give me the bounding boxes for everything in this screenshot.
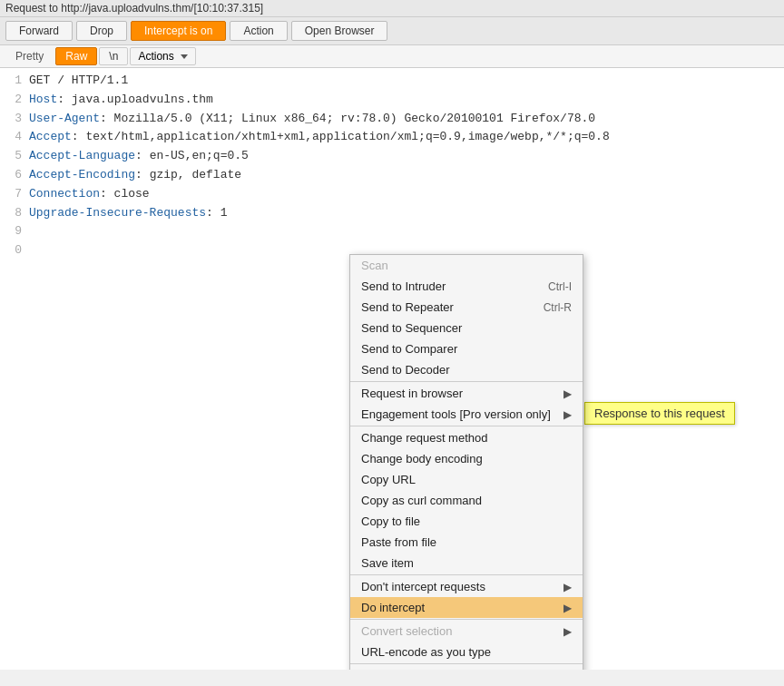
- line-text: Accept-Language: en-US,en;q=0.5: [29, 147, 249, 166]
- menu-shortcut: Ctrl-I: [548, 280, 572, 293]
- menu-item-label: Send to Comparer: [361, 342, 457, 356]
- editor-area: 1GET / HTTP/1.12Host: java.uploadvulns.t…: [0, 68, 784, 670]
- menu-item-save-item[interactable]: Save item: [350, 553, 583, 573]
- menu-separator: [350, 381, 583, 382]
- menu-item-change-request-method[interactable]: Change request method: [350, 427, 583, 448]
- actions-dropdown[interactable]: Actions: [130, 47, 195, 65]
- submenu-arrow-icon: ▶: [564, 602, 572, 614]
- line-number: 0: [7, 241, 22, 260]
- code-line: 5Accept-Language: en-US,en;q=0.5: [7, 147, 777, 166]
- top-bar-text: Request to http://java.uploadvulns.thm/[…: [5, 2, 263, 15]
- menu-item-label: Paste from file: [361, 535, 436, 549]
- drop-button[interactable]: Drop: [76, 21, 127, 41]
- menu-item-label: Send to Decoder: [361, 363, 450, 377]
- menu-item-copy-url[interactable]: Copy URL: [350, 469, 583, 490]
- submenu-tooltip-text: Response to this request: [594, 407, 725, 420]
- forward-button[interactable]: Forward: [5, 21, 73, 41]
- context-menu: Scan Send to IntruderCtrl-ISend to Repea…: [349, 254, 583, 670]
- menu-shortcut: Ctrl-R: [544, 301, 572, 314]
- menu-item-label: Copy as curl command: [361, 494, 482, 507]
- menu-item-convert-selection: Convert selection▶: [350, 621, 583, 642]
- line-text: User-Agent: Mozilla/5.0 (X11; Linux x86_…: [29, 110, 595, 129]
- line-text: Accept: text/html,application/xhtml+xml,…: [29, 128, 610, 147]
- menu-item-label: Send to Repeater: [361, 300, 454, 314]
- submenu-arrow-icon: ▶: [564, 581, 572, 593]
- line-text: Host: java.uploadvulns.thm: [29, 91, 213, 110]
- submenu-arrow-icon: ▶: [564, 625, 572, 638]
- submenu-arrow-icon: ▶: [564, 387, 572, 400]
- line-number: 4: [7, 128, 22, 147]
- menu-item-label: Change body encoding: [361, 452, 483, 466]
- menu-item-label: Request in browser: [361, 387, 463, 400]
- chevron-down-icon: [181, 54, 188, 59]
- top-bar: Request to http://java.uploadvulns.thm/[…: [0, 0, 784, 17]
- code-line: 4Accept: text/html,application/xhtml+xml…: [7, 128, 777, 147]
- toolbar: Forward Drop Intercept is on Action Open…: [0, 17, 784, 45]
- tab-pretty[interactable]: Pretty: [5, 47, 54, 65]
- code-line: 6Accept-Encoding: gzip, deflate: [7, 166, 777, 185]
- code-line: 3User-Agent: Mozilla/5.0 (X11; Linux x86…: [7, 110, 777, 129]
- menu-item-label: Save item: [361, 556, 414, 570]
- menu-item-label: Send to Sequencer: [361, 321, 462, 335]
- submenu-tooltip: Response to this request: [584, 402, 735, 425]
- code-line: 7Connection: close: [7, 185, 777, 204]
- menu-item-change-body-encoding[interactable]: Change body encoding: [350, 448, 583, 469]
- menu-item-engagement-tools[interactable]: Engagement tools [Pro version only]▶: [350, 404, 583, 425]
- line-text: GET / HTTP/1.1: [29, 72, 128, 91]
- menu-item-label: Copy to file: [361, 514, 420, 528]
- menu-item-label: Send to Intruder: [361, 279, 446, 293]
- menu-item-copy-as-curl[interactable]: Copy as curl command: [350, 490, 583, 511]
- menu-item-label: Convert selection: [361, 624, 452, 638]
- actions-label: Actions: [138, 50, 173, 63]
- line-text: Connection: close: [29, 185, 150, 204]
- menu-item-do-intercept[interactable]: Do intercept▶: [350, 597, 583, 618]
- menu-item-label: Don't intercept requests: [361, 580, 485, 593]
- menu-item-label: Change request method: [361, 431, 487, 445]
- line-text: Accept-Encoding: gzip, deflate: [29, 166, 241, 185]
- menu-item-paste-from-file[interactable]: Paste from file: [350, 532, 583, 553]
- submenu-arrow-icon: ▶: [564, 408, 572, 421]
- menu-item-scan: Scan: [350, 255, 583, 276]
- menu-item-label: Copy URL: [361, 473, 416, 486]
- tab-raw[interactable]: Raw: [55, 47, 97, 65]
- line-number: 5: [7, 147, 22, 166]
- code-editor[interactable]: 1GET / HTTP/1.12Host: java.uploadvulns.t…: [0, 68, 784, 264]
- menu-item-dont-intercept[interactable]: Don't intercept requests▶: [350, 576, 583, 597]
- action-button[interactable]: Action: [230, 21, 287, 41]
- code-line: 9: [7, 222, 777, 241]
- menu-item-label: URL-encode as you type: [361, 645, 491, 659]
- line-text: Upgrade-Insecure-Requests: 1: [29, 204, 227, 223]
- line-number: 9: [7, 222, 22, 241]
- tab-n[interactable]: \n: [99, 47, 128, 65]
- line-number: 2: [7, 91, 22, 110]
- code-line: 1GET / HTTP/1.1: [7, 72, 777, 91]
- open-browser-button[interactable]: Open Browser: [291, 21, 388, 41]
- menu-item-send-to-comparer[interactable]: Send to Comparer: [350, 338, 583, 359]
- menu-item-request-in-browser[interactable]: Request in browser▶: [350, 383, 583, 404]
- scan-label: Scan: [361, 259, 388, 272]
- menu-item-send-to-decoder[interactable]: Send to Decoder: [350, 359, 583, 380]
- tab-bar: Pretty Raw \n Actions: [0, 45, 784, 68]
- menu-shortcut: Ctrl-X: [544, 670, 572, 671]
- menu-item-send-to-repeater[interactable]: Send to RepeaterCtrl-R: [350, 297, 583, 318]
- line-number: 8: [7, 204, 22, 223]
- line-number: 1: [7, 72, 22, 91]
- intercept-button[interactable]: Intercept is on: [131, 21, 226, 41]
- menu-item-label: Do intercept: [361, 601, 425, 614]
- menu-item-send-to-intruder[interactable]: Send to IntruderCtrl-I: [350, 276, 583, 297]
- line-number: 7: [7, 185, 22, 204]
- line-number: 6: [7, 166, 22, 185]
- menu-item-copy-to-file[interactable]: Copy to file: [350, 511, 583, 532]
- code-line: 2Host: java.uploadvulns.thm: [7, 91, 777, 110]
- menu-separator: [350, 619, 583, 620]
- menu-separator: [350, 663, 583, 664]
- menu-item-label: Engagement tools [Pro version only]: [361, 407, 551, 421]
- menu-separator: [350, 574, 583, 575]
- menu-separator: [350, 426, 583, 426]
- line-number: 3: [7, 110, 22, 129]
- menu-item-send-to-sequencer[interactable]: Send to Sequencer: [350, 318, 583, 338]
- menu-item-cut[interactable]: CutCtrl-X: [350, 665, 583, 670]
- code-line: 8Upgrade-Insecure-Requests: 1: [7, 204, 777, 223]
- menu-item-label: Cut: [361, 669, 379, 670]
- menu-item-url-encode[interactable]: URL-encode as you type: [350, 642, 583, 662]
